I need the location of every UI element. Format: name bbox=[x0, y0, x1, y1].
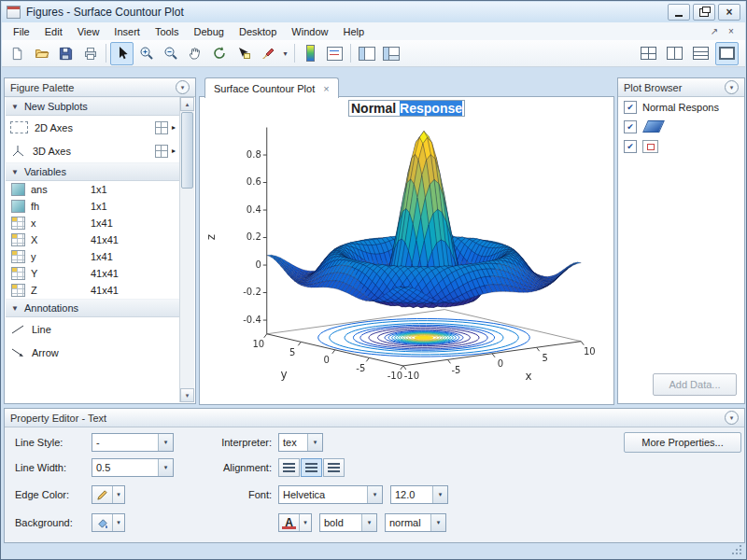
add-data-button[interactable]: Add Data... bbox=[653, 373, 737, 396]
edge-color-button[interactable] bbox=[92, 485, 125, 504]
property-editor-menu-button[interactable] bbox=[725, 411, 739, 425]
brush-button[interactable] bbox=[256, 42, 279, 65]
section-variables[interactable]: Variables bbox=[6, 162, 180, 181]
scrollbar-thumb[interactable] bbox=[181, 112, 193, 189]
annotation-item-line[interactable]: Line bbox=[6, 317, 180, 341]
minimize-button[interactable] bbox=[668, 4, 690, 21]
brush-dropdown-arrow[interactable] bbox=[280, 43, 290, 64]
tile-rows-button[interactable] bbox=[689, 42, 712, 65]
font-size-select[interactable]: 12.0 bbox=[390, 485, 448, 504]
variable-row-ans[interactable]: ans1x1 bbox=[6, 181, 180, 198]
menu-insert[interactable]: Insert bbox=[106, 24, 148, 39]
variable-row-Y[interactable]: Y41x41 bbox=[6, 265, 180, 282]
font-name-select[interactable]: Helvetica bbox=[278, 485, 383, 504]
palette-item-3d-axes[interactable]: 3D Axes bbox=[6, 139, 180, 162]
tab-surface-contour-plot[interactable]: Surface Countour Plot bbox=[204, 77, 339, 98]
tile-rows-icon bbox=[693, 47, 709, 60]
tile-grid-icon bbox=[641, 47, 656, 60]
menu-debug[interactable]: Debug bbox=[187, 24, 232, 39]
figure-palette-menu-button[interactable] bbox=[176, 80, 190, 94]
print-figure-button[interactable] bbox=[78, 42, 102, 65]
undock-icon[interactable] bbox=[707, 25, 722, 38]
zoom-in-button[interactable] bbox=[134, 42, 158, 65]
menu-help[interactable]: Help bbox=[335, 24, 372, 39]
resize-grip[interactable] bbox=[731, 544, 742, 555]
variable-row-fh[interactable]: fh1x1 bbox=[6, 198, 180, 215]
variable-row-X[interactable]: X41x41 bbox=[6, 231, 180, 248]
subplot-grid-icon[interactable] bbox=[155, 145, 168, 158]
visibility-checkbox[interactable] bbox=[624, 140, 637, 153]
align-right-icon bbox=[328, 463, 340, 472]
property-editor-body: Line Style: - Interpreter: tex More Prop… bbox=[6, 427, 743, 541]
line-width-select[interactable]: 0.5 bbox=[92, 458, 174, 477]
expand-arrow-icon[interactable] bbox=[172, 147, 176, 155]
align-center-button[interactable] bbox=[301, 458, 322, 477]
menu-view[interactable]: View bbox=[70, 24, 107, 39]
plot-title[interactable]: Normal Response bbox=[200, 100, 613, 117]
subplot-grid-icon[interactable] bbox=[155, 121, 168, 134]
palette-scrollbar[interactable] bbox=[179, 97, 194, 402]
browser-item-title-text[interactable]: Normal Respons bbox=[619, 97, 743, 117]
plot-tools-on-icon bbox=[383, 47, 400, 61]
zoom-out-button[interactable] bbox=[159, 42, 182, 65]
rotate-3d-button[interactable] bbox=[207, 42, 231, 65]
chevron-down-icon bbox=[112, 486, 124, 503]
font-angle-select[interactable]: normal bbox=[385, 513, 446, 532]
tab-close-icon[interactable] bbox=[323, 83, 329, 94]
font-weight-select[interactable]: bold bbox=[319, 513, 377, 532]
variable-row-y[interactable]: y1x41 bbox=[6, 248, 180, 265]
scroll-up-arrow[interactable] bbox=[180, 97, 194, 111]
close-panel-icon[interactable] bbox=[724, 25, 739, 38]
insert-legend-button[interactable] bbox=[323, 42, 346, 65]
menu-edit[interactable]: Edit bbox=[37, 24, 70, 39]
restore-button[interactable] bbox=[693, 4, 715, 21]
surface-plot-canvas[interactable] bbox=[200, 97, 613, 404]
expand-arrow-icon[interactable] bbox=[172, 123, 176, 132]
surface-swatch-icon bbox=[642, 120, 665, 133]
toolbar-separator bbox=[350, 44, 351, 63]
plot-browser-menu-button[interactable] bbox=[725, 80, 739, 94]
menu-desktop[interactable]: Desktop bbox=[232, 24, 284, 39]
tile-single-button[interactable] bbox=[715, 42, 739, 65]
section-new-subplots[interactable]: New Subplots bbox=[6, 97, 180, 116]
variable-icon bbox=[11, 267, 25, 280]
titlebar[interactable]: Figures - Surface Countour Plot bbox=[2, 2, 745, 22]
browser-item-surface[interactable] bbox=[619, 117, 743, 136]
save-figure-button[interactable] bbox=[54, 42, 78, 65]
show-plot-tools-button[interactable] bbox=[379, 42, 402, 65]
interpreter-label: Interpreter: bbox=[202, 433, 272, 452]
align-left-button[interactable] bbox=[278, 458, 300, 477]
selection-arrow-button[interactable] bbox=[110, 42, 134, 65]
open-file-button[interactable] bbox=[30, 42, 53, 65]
section-annotations[interactable]: Annotations bbox=[6, 299, 180, 317]
browser-item-contour[interactable] bbox=[619, 136, 743, 156]
close-button[interactable] bbox=[718, 4, 740, 21]
variable-row-x[interactable]: x1x41 bbox=[6, 215, 180, 231]
annotation-item-arrow[interactable]: Arrow bbox=[6, 341, 180, 364]
palette-item-2d-axes[interactable]: 2D Axes bbox=[6, 116, 180, 139]
visibility-checkbox[interactable] bbox=[624, 120, 637, 133]
font-color-button[interactable] bbox=[278, 513, 312, 532]
font-label: Font: bbox=[202, 485, 272, 504]
data-cursor-button[interactable] bbox=[232, 42, 255, 65]
visibility-checkbox[interactable] bbox=[624, 101, 637, 114]
insert-colorbar-button[interactable] bbox=[299, 42, 322, 65]
pan-button[interactable] bbox=[183, 42, 206, 65]
new-figure-button[interactable] bbox=[6, 42, 29, 65]
property-editor-panel: Property Editor - Text Line Style: - Int… bbox=[4, 408, 745, 543]
figure-palette-header: Figure Palette bbox=[5, 78, 195, 97]
scroll-down-arrow[interactable] bbox=[180, 388, 194, 402]
interpreter-select[interactable]: tex bbox=[278, 433, 323, 452]
line-style-select[interactable]: - bbox=[92, 433, 174, 452]
menu-window[interactable]: Window bbox=[284, 24, 335, 39]
menu-file[interactable]: File bbox=[6, 24, 37, 39]
variable-row-Z[interactable]: Z41x41 bbox=[6, 282, 180, 299]
tile-grid-button[interactable] bbox=[637, 42, 660, 65]
hide-plot-tools-button[interactable] bbox=[355, 42, 378, 65]
background-color-button[interactable] bbox=[92, 513, 125, 532]
menu-tools[interactable]: Tools bbox=[148, 24, 187, 39]
tile-columns-button[interactable] bbox=[663, 42, 686, 65]
font-color-icon bbox=[279, 514, 299, 531]
align-right-button[interactable] bbox=[323, 458, 345, 477]
more-properties-button[interactable]: More Properties... bbox=[624, 432, 741, 453]
